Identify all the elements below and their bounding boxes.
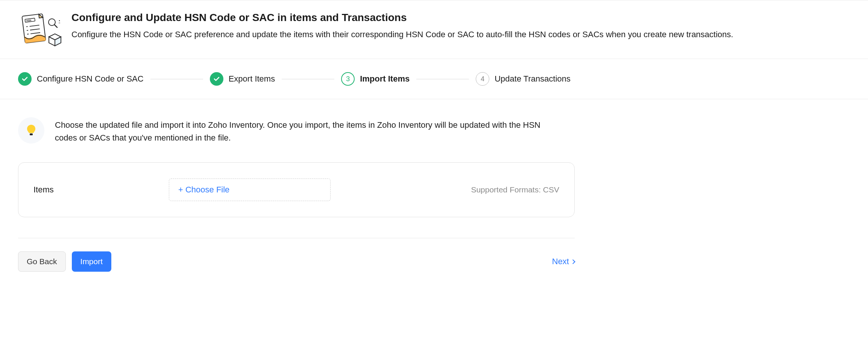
import-button[interactable]: Import	[72, 251, 112, 272]
step-connector	[150, 79, 203, 79]
choose-file-label: + Choose File	[178, 185, 229, 195]
header-section: HSN	[0, 0, 868, 59]
upload-field-label: Items	[33, 185, 169, 195]
content-area: Choose the updated file and import it in…	[0, 99, 868, 283]
step-label: Import Items	[360, 74, 410, 84]
svg-rect-9	[30, 133, 33, 135]
step-label: Configure HSN Code or SAC	[37, 74, 144, 84]
check-icon	[210, 72, 223, 86]
section-divider	[18, 238, 575, 238]
hint-row: Choose the updated file and import it in…	[18, 117, 850, 144]
next-link[interactable]: Next	[552, 257, 575, 266]
step-connector	[416, 79, 469, 79]
header-text: Configure and Update HSN Code or SAC in …	[71, 12, 849, 41]
step-number-icon: 3	[341, 72, 355, 86]
check-icon	[18, 72, 32, 86]
step-export-items[interactable]: Export Items	[210, 72, 275, 86]
step-number-icon: 4	[476, 72, 489, 86]
step-import-items[interactable]: 3 Import Items	[341, 72, 410, 86]
choose-file-button[interactable]: + Choose File	[169, 179, 331, 201]
footer-actions: Go Back Import Next	[18, 251, 575, 272]
page-description: Configure the HSN Code or SAC preference…	[71, 28, 786, 41]
chevron-right-icon	[571, 259, 575, 264]
supported-formats-text: Supported Formats: CSV	[471, 185, 559, 194]
step-label: Update Transactions	[495, 74, 571, 84]
svg-line-7	[55, 25, 57, 27]
svg-point-8	[59, 20, 60, 21]
header-illustration-icon: HSN	[19, 12, 64, 47]
step-configure-hsn[interactable]: Configure HSN Code or SAC	[18, 72, 144, 86]
step-label: Export Items	[229, 74, 275, 84]
step-connector	[282, 79, 334, 79]
step-update-transactions[interactable]: 4 Update Transactions	[476, 72, 571, 86]
go-back-button[interactable]: Go Back	[18, 251, 66, 272]
next-link-label: Next	[552, 257, 569, 266]
page-title: Configure and Update HSN Code or SAC in …	[71, 12, 849, 24]
hint-text: Choose the updated file and import it in…	[55, 117, 544, 144]
upload-card: Items + Choose File Supported Formats: C…	[18, 162, 575, 217]
wizard-stepper: Configure HSN Code or SAC Export Items 3…	[0, 59, 868, 99]
page-container: HSN	[0, 0, 868, 283]
lightbulb-icon	[18, 117, 44, 144]
